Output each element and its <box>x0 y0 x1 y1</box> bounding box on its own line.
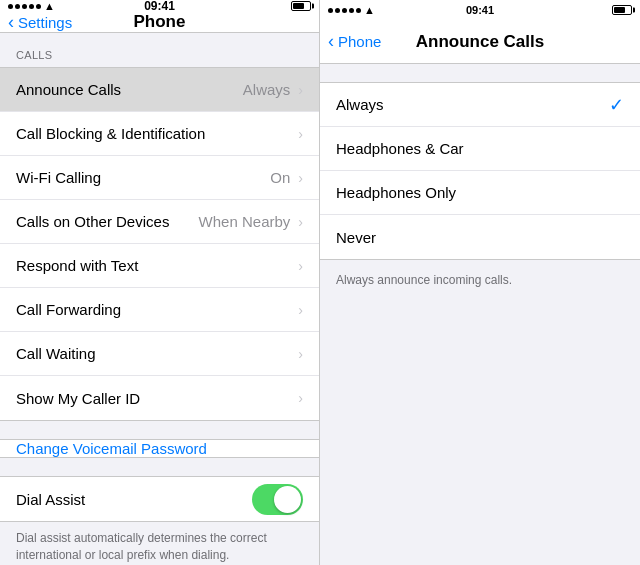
dot4 <box>29 4 34 9</box>
calls-other-devices-value: When Nearby <box>199 213 291 230</box>
battery-fill <box>293 3 304 9</box>
left-back-chevron: ‹ <box>8 12 14 33</box>
list-item-show-caller-id[interactable]: Show My Caller ID › <box>0 376 319 420</box>
right-battery-fill <box>614 7 625 13</box>
option-always-label: Always <box>336 96 601 113</box>
show-caller-id-label: Show My Caller ID <box>16 390 294 407</box>
calls-other-devices-label: Calls on Other Devices <box>16 213 199 230</box>
list-item-call-blocking[interactable]: Call Blocking & Identification › <box>0 112 319 156</box>
respond-text-label: Respond with Text <box>16 257 294 274</box>
list-item-call-waiting[interactable]: Call Waiting › <box>0 332 319 376</box>
respond-text-chevron: › <box>298 258 303 274</box>
right-battery <box>612 5 632 15</box>
left-status-bar: ▲ 09:41 <box>0 0 319 12</box>
right-battery-icon <box>612 5 632 15</box>
right-nav-title: Announce Calls <box>416 32 544 52</box>
dot3 <box>22 4 27 9</box>
rdot4 <box>349 8 354 13</box>
left-nav-bar: ‹ Settings Phone <box>0 12 319 33</box>
announce-options-list: Always ✓ Headphones & Car Headphones Onl… <box>320 82 640 260</box>
change-voicemail-item[interactable]: Change Voicemail Password <box>0 439 319 458</box>
option-never[interactable]: Never <box>320 215 640 259</box>
option-always-checkmark: ✓ <box>609 94 624 116</box>
option-always[interactable]: Always ✓ <box>320 83 640 127</box>
announce-options-group: Always ✓ Headphones & Car Headphones Onl… <box>320 82 640 301</box>
rdot3 <box>342 8 347 13</box>
right-back-chevron: ‹ <box>328 31 334 52</box>
calls-other-devices-chevron: › <box>298 214 303 230</box>
call-blocking-label: Call Blocking & Identification <box>16 125 294 142</box>
right-back-label[interactable]: Phone <box>338 33 381 50</box>
list-item-call-forwarding[interactable]: Call Forwarding › <box>0 288 319 332</box>
right-signal-dots <box>328 8 361 13</box>
left-battery <box>291 1 311 11</box>
wifi-calling-value: On <box>270 169 290 186</box>
announce-calls-chevron: › <box>298 82 303 98</box>
left-back-label[interactable]: Settings <box>18 14 72 31</box>
calls-section-header: CALLS <box>0 33 319 67</box>
right-nav-bar: ‹ Phone Announce Calls <box>320 20 640 64</box>
left-nav-title: Phone <box>134 12 186 32</box>
left-back-button[interactable]: ‹ Settings <box>8 12 72 33</box>
dot2 <box>15 4 20 9</box>
option-headphones-only[interactable]: Headphones Only <box>320 171 640 215</box>
announce-description: Always announce incoming calls. <box>320 260 640 301</box>
call-waiting-chevron: › <box>298 346 303 362</box>
list-item-wifi-calling[interactable]: Wi-Fi Calling On › <box>0 156 319 200</box>
battery-icon <box>291 1 311 11</box>
wifi-calling-chevron: › <box>298 170 303 186</box>
right-back-button[interactable]: ‹ Phone <box>328 31 381 52</box>
show-caller-id-chevron: › <box>298 390 303 406</box>
wifi-icon: ▲ <box>44 0 55 12</box>
right-wifi-icon: ▲ <box>364 4 375 16</box>
call-blocking-chevron: › <box>298 126 303 142</box>
dial-assist-description: Dial assist automatically determines the… <box>0 522 319 565</box>
dial-assist-label: Dial Assist <box>16 491 252 508</box>
right-signal: ▲ <box>328 4 375 16</box>
call-forwarding-label: Call Forwarding <box>16 301 294 318</box>
right-time: 09:41 <box>466 4 494 16</box>
signal-dots <box>8 4 41 9</box>
announce-calls-label: Announce Calls <box>16 81 243 98</box>
list-item-calls-other-devices[interactable]: Calls on Other Devices When Nearby › <box>0 200 319 244</box>
option-headphones-car[interactable]: Headphones & Car <box>320 127 640 171</box>
list-item-announce-calls[interactable]: Announce Calls Always › <box>0 68 319 112</box>
call-forwarding-chevron: › <box>298 302 303 318</box>
right-status-bar: ▲ 09:41 <box>320 0 640 20</box>
rdot1 <box>328 8 333 13</box>
dot5 <box>36 4 41 9</box>
list-item-respond-text[interactable]: Respond with Text › <box>0 244 319 288</box>
left-signal: ▲ <box>8 0 55 12</box>
rdot2 <box>335 8 340 13</box>
rdot5 <box>356 8 361 13</box>
left-panel: ▲ 09:41 ‹ Settings Phone CALLS Announce … <box>0 0 320 565</box>
change-voicemail-label[interactable]: Change Voicemail Password <box>16 440 207 457</box>
dial-assist-group: Dial Assist <box>0 476 319 522</box>
option-headphones-only-label: Headphones Only <box>336 184 624 201</box>
wifi-calling-label: Wi-Fi Calling <box>16 169 270 186</box>
option-headphones-car-label: Headphones & Car <box>336 140 624 157</box>
right-panel: ▲ 09:41 ‹ Phone Announce Calls Always ✓ … <box>320 0 640 565</box>
dial-assist-toggle[interactable] <box>252 484 303 515</box>
dot1 <box>8 4 13 9</box>
option-never-label: Never <box>336 229 624 246</box>
announce-calls-value: Always <box>243 81 291 98</box>
dial-assist-item: Dial Assist <box>0 477 319 521</box>
calls-list-group: Announce Calls Always › Call Blocking & … <box>0 67 319 421</box>
call-waiting-label: Call Waiting <box>16 345 294 362</box>
